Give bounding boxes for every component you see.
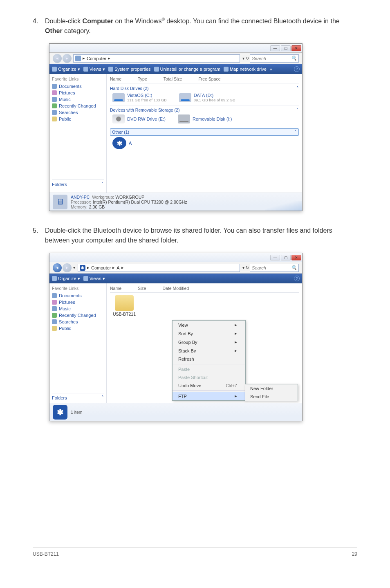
ctx-undo-move[interactable]: Undo MoveCtrl+Z	[173, 382, 245, 390]
folder-item-usb-bt211[interactable]: USB-BT211	[110, 295, 139, 316]
column-headers[interactable]: Name Type Total Size Free Space	[110, 76, 299, 83]
fav-recently-changed[interactable]: Recently Changed	[52, 103, 104, 109]
drive-c[interactable]: VistaOS (C:) 111 GB free of 133 GB	[112, 93, 167, 102]
address-dropdown-icon[interactable]: ▾	[242, 56, 244, 61]
window-close-button[interactable]: ✕	[291, 255, 301, 260]
toolbar-help-button[interactable]: ?	[294, 66, 300, 72]
breadcrumb-a[interactable]: A	[117, 265, 119, 270]
nav-history-dropdown[interactable]: ▾	[73, 265, 75, 270]
folders-tree-toggle[interactable]: Folders˄	[52, 180, 104, 187]
col-date-modified[interactable]: Date Modified	[162, 286, 189, 291]
breadcrumb[interactable]: ✱ ▸ Computer ▸ A ▸	[78, 264, 240, 272]
col-free-space[interactable]: Free Space	[198, 76, 220, 81]
fav-documents[interactable]: Documents	[52, 83, 104, 90]
computer-window: — ▢ ✕ ◂ ▸ ▸ Computer ▸ ▾ ↻	[49, 43, 303, 211]
search-icon[interactable]: 🔍	[291, 265, 297, 270]
col-name[interactable]: Name	[110, 286, 121, 291]
ctx-stack-by[interactable]: Stack By▸	[173, 346, 245, 355]
submenu-new-folder[interactable]: New Folder	[245, 384, 298, 393]
status-pc-name: ANDY-PC Workgroup: WORKGROUP	[71, 195, 187, 200]
toolbar-more[interactable]: »	[270, 67, 272, 72]
nav-forward-button[interactable]: ▸	[63, 54, 72, 63]
window-titlebar[interactable]: — ▢ ✕	[49, 253, 302, 262]
fav-public[interactable]: Public	[52, 116, 104, 122]
submenu-send-file[interactable]: Send File	[245, 393, 298, 401]
breadcrumb-arrow: ▸	[83, 56, 85, 61]
organize-icon	[52, 276, 57, 281]
window-minimize-button[interactable]: —	[270, 255, 280, 260]
fav-public[interactable]: Public	[52, 325, 104, 332]
address-bar-row: ◂ ▸ ▾ ✱ ▸ Computer ▸ A ▸ ▾ ↻	[49, 262, 302, 274]
fav-documents[interactable]: Documents	[52, 292, 104, 299]
fav-recently-changed[interactable]: Recently Changed	[52, 312, 104, 319]
nav-back-button[interactable]: ◂	[53, 263, 62, 272]
column-headers[interactable]: Name Size Date Modified	[110, 285, 299, 293]
toolbar-views[interactable]: Views ▾	[83, 276, 105, 281]
toolbar-uninstall[interactable]: Uninstall or change a program	[154, 67, 220, 72]
col-name[interactable]: Name	[110, 76, 121, 81]
fav-pictures[interactable]: Pictures	[52, 299, 104, 305]
toolbar-organize[interactable]: Organize ▾	[52, 276, 80, 281]
breadcrumb[interactable]: ▸ Computer ▸	[73, 54, 240, 63]
drive-d[interactable]: DATA (D:) 89.1 GB free of 89.2 GB	[179, 93, 235, 102]
drive-dvd[interactable]: DVD RW Drive (E:)	[112, 114, 166, 123]
favorites-header: Favorite Links	[52, 286, 104, 291]
views-icon	[83, 276, 88, 281]
search-icon[interactable]: 🔍	[291, 56, 297, 61]
drive-removable[interactable]: Removable Disk (I:)	[178, 114, 232, 123]
breadcrumb-arrow-2: ▸	[112, 265, 115, 270]
col-total-size[interactable]: Total Size	[164, 76, 182, 81]
sysprops-icon	[108, 67, 113, 72]
explorer-toolbar: Organize ▾ Views ▾ ?	[49, 274, 302, 283]
window-titlebar[interactable]: — ▢ ✕	[49, 44, 302, 53]
ctx-sort-by[interactable]: Sort By▸	[173, 329, 245, 338]
col-size[interactable]: Size	[138, 286, 146, 291]
fav-music[interactable]: Music	[52, 305, 104, 312]
search-input[interactable]: Search 🔍	[250, 54, 299, 63]
toolbar-help-button[interactable]: ?	[294, 276, 300, 281]
refresh-icon[interactable]: ↻	[246, 265, 249, 270]
group-hard-disk-drives[interactable]: Hard Disk Drives (2)˄	[110, 84, 299, 92]
status-bar: ✱ 1 item	[49, 403, 302, 421]
bluetooth-large-icon: ✱	[53, 405, 67, 420]
fav-searches[interactable]: Searches	[52, 319, 104, 325]
ctx-refresh[interactable]: Refresh	[173, 355, 245, 363]
folders-tree-toggle[interactable]: Folders˄	[52, 393, 104, 400]
computer-icon	[75, 56, 81, 61]
favorites-header: Favorite Links	[52, 76, 104, 81]
toolbar-system-properties[interactable]: System properties	[108, 67, 151, 72]
removable-disk-icon	[178, 114, 190, 123]
window-minimize-button[interactable]: —	[270, 45, 280, 51]
nav-back-button[interactable]: ◂	[53, 54, 62, 63]
window-close-button[interactable]: ✕	[291, 45, 301, 51]
fav-searches[interactable]: Searches	[52, 109, 104, 116]
ctx-group-by[interactable]: Group By▸	[173, 338, 245, 346]
folder-content-area[interactable]: Name Size Date Modified USB-BT211 View▸ …	[107, 283, 302, 403]
fav-pictures[interactable]: Pictures	[52, 90, 104, 96]
submenu-arrow-icon: ▸	[235, 339, 237, 345]
address-dropdown-icon[interactable]: ▾	[242, 265, 244, 270]
breadcrumb-computer[interactable]: Computer	[91, 265, 111, 270]
nav-forward-button[interactable]: ▸	[63, 263, 72, 272]
col-type[interactable]: Type	[138, 76, 147, 81]
status-bar: 🖥 ANDY-PC Workgroup: WORKGROUP Processor…	[49, 193, 302, 211]
ctx-ftp[interactable]: FTP▸	[173, 392, 245, 400]
group-other[interactable]: Other (1)˄	[110, 128, 299, 136]
window-maximize-button[interactable]: ▢	[281, 255, 291, 260]
group-removable-storage[interactable]: Devices with Removable Storage (2)˄	[110, 105, 299, 113]
toolbar-map-drive[interactable]: Map network drive	[224, 67, 267, 72]
ctx-view[interactable]: View▸	[173, 321, 245, 329]
views-icon	[83, 67, 88, 72]
computer-large-icon: 🖥	[53, 195, 67, 209]
toolbar-views[interactable]: Views ▾	[83, 67, 105, 72]
status-processor: Processor:Intel(R) Pentium(R) Dual CPU T…	[71, 200, 187, 204]
search-input[interactable]: Search 🔍	[250, 264, 299, 272]
fav-music[interactable]: Music	[52, 96, 104, 103]
bluetooth-device-item[interactable]: ✱ A	[112, 137, 132, 149]
breadcrumb-computer[interactable]: Computer	[87, 56, 106, 61]
folder-icon	[115, 295, 134, 311]
bluetooth-icon-small: ✱	[80, 265, 85, 271]
toolbar-organize[interactable]: Organize ▾	[52, 67, 80, 72]
window-maximize-button[interactable]: ▢	[281, 45, 291, 51]
refresh-icon[interactable]: ↻	[246, 56, 249, 61]
